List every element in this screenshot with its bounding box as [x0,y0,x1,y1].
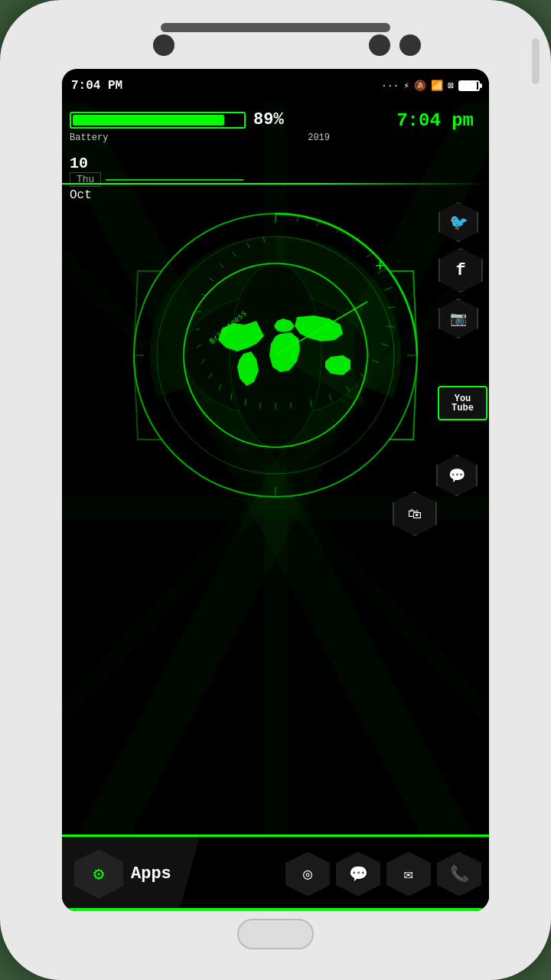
phone-camera-right2 [399,34,421,56]
battery-time-display: 7:04 pm [396,110,474,131]
youtube-line2: Tube [452,403,474,413]
battery-label: Battery [70,132,108,143]
social-icons-panel: 🐦 f 📷 [439,202,483,338]
phone-frame: 7:04 PM ··· ⚡ 🔕 📶 ⊠ [0,0,551,980]
phone-speaker [161,23,390,32]
battery-bar-row: 89% 7:04 pm [70,110,481,129]
chrome-icon: ◎ [303,864,312,884]
battery-status-icon [458,80,480,91]
playstore-symbol: 🛍 [408,506,422,522]
mute-icon: 🔕 [414,80,426,92]
twitter-symbol: 🐦 [449,213,468,232]
date-line [106,179,243,181]
phone-home-button[interactable] [237,919,314,949]
phone-camera-left [153,34,174,56]
email-button[interactable]: ✉ [386,852,431,897]
radar-widget[interactable]: Brightness + [130,210,421,501]
status-icons: ··· ⚡ 🔕 📶 ⊠ [381,80,480,92]
chrome-button[interactable]: ◎ [285,852,330,897]
battery-widget: 89% 7:04 pm Battery 2019 [70,110,481,143]
status-bar: 7:04 PM ··· ⚡ 🔕 📶 ⊠ [62,69,489,103]
battery-bar-outer [70,112,246,129]
phone-camera-right1 [369,34,390,56]
email-icon: ✉ [404,864,413,884]
status-time: 7:04 PM [71,79,122,93]
youtube-line1: You [455,394,471,403]
bluetooth-icon: ⚡ [403,80,409,92]
phone-power-button[interactable] [532,38,540,84]
svg-line-30 [384,287,393,290]
whatsapp-symbol: 💬 [448,467,465,484]
dots-icon: ··· [381,80,399,92]
playstore-button[interactable]: 🛍 [393,492,437,536]
bottom-app-icons: ◎ 💬 ✉ 📞 [200,852,489,897]
phone-button[interactable]: 📞 [437,852,481,897]
bottom-bar: ⚙ Apps ◎ 💬 ✉ 📞 [62,835,489,911]
messages-icon: 💬 [349,864,368,884]
radar-svg: Brightness + [130,210,421,501]
day-name-row: Thu [70,172,243,187]
battery-bar-inner [73,115,224,126]
svg-line-28 [367,252,374,257]
twitter-icon-btn[interactable]: 🐦 [439,202,478,242]
apps-label: Apps [131,864,171,884]
svg-text:+: + [375,257,385,276]
phone-icon: 📞 [450,864,469,884]
day-name: Thu [70,172,101,187]
date-widget: 10 Thu Oct [70,155,243,202]
facebook-symbol: f [455,261,465,280]
facebook-icon-btn[interactable]: f [439,248,483,292]
top-divider [62,183,489,185]
close-icon: ⊠ [448,80,454,92]
wifi-icon: 📶 [431,80,443,92]
whatsapp-button[interactable]: 💬 [436,455,478,496]
phone-screen: 7:04 PM ··· ⚡ 🔕 📶 ⊠ [62,69,489,911]
battery-year: 2019 [308,132,330,143]
month: Oct [70,188,243,202]
battery-fill [460,82,477,90]
instagram-symbol: 📷 [450,310,467,327]
youtube-button[interactable]: You Tube [438,386,487,420]
main-content: 89% 7:04 pm Battery 2019 10 Thu Oct [62,103,489,911]
instagram-icon-btn[interactable]: 📷 [439,299,478,338]
messages-button[interactable]: 💬 [336,852,380,897]
apps-section[interactable]: ⚙ Apps [62,837,200,911]
settings-button[interactable]: ⚙ [74,850,123,899]
day-num: 10 [70,155,243,172]
settings-icon: ⚙ [93,863,104,885]
battery-labels: Battery 2019 [70,132,330,143]
battery-percent: 89% [253,110,284,129]
